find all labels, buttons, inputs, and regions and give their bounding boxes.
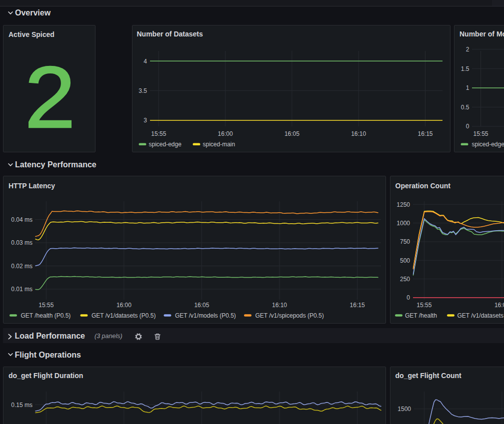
svg-text:1500: 1500 [398,406,411,413]
svg-text:500: 500 [400,257,410,264]
svg-text:GET /v1/datasets: GET /v1/datasets [458,312,504,319]
svg-text:15:55: 15:55 [38,302,54,309]
svg-text:do_get Flight Count: do_get Flight Count [396,372,462,380]
svg-text:250: 250 [400,276,410,283]
svg-text:16:10: 16:10 [272,302,287,309]
svg-text:0.5: 0.5 [461,104,470,111]
svg-text:16:00: 16:00 [218,130,233,137]
svg-text:GET /v1/datasets (P0.5): GET /v1/datasets (P0.5) [92,312,156,319]
svg-text:0.04 ms: 0.04 ms [11,216,32,223]
svg-text:spiced-edge: spiced-edge [149,141,182,148]
svg-text:GET /health: GET /health [405,312,437,319]
svg-text:Number of Models: Number of Models [460,30,504,38]
svg-text:GET /health (P0.5): GET /health (P0.5) [21,312,71,319]
svg-text:16:05: 16:05 [194,302,209,309]
svg-text:0: 0 [466,123,470,130]
svg-text:HTTP Latency: HTTP Latency [8,182,55,190]
svg-text:1.5: 1.5 [461,65,470,72]
svg-text:3.5: 3.5 [138,87,147,94]
svg-text:spiced-main: spiced-main [203,141,236,148]
svg-text:2: 2 [24,48,76,146]
svg-text:16:05: 16:05 [284,130,300,137]
svg-text:1000: 1000 [396,220,410,227]
svg-text:15:55: 15:55 [473,130,488,137]
svg-text:do_get Flight Duration: do_get Flight Duration [8,372,83,380]
svg-text:750: 750 [400,238,410,245]
svg-text:0: 0 [406,294,410,301]
svg-text:0.02 ms: 0.02 ms [11,263,32,270]
svg-text:0.03 ms: 0.03 ms [11,239,32,246]
svg-text:16:10: 16:10 [351,130,366,137]
svg-text:Active Spiced: Active Spiced [8,30,54,38]
svg-text:0.01 ms: 0.01 ms [11,286,32,293]
svg-text:1: 1 [466,84,470,91]
svg-text:spiced-edge: spiced-edge [472,141,504,148]
svg-text:3: 3 [144,117,147,124]
svg-text:16:00: 16:00 [116,302,132,309]
svg-text:Number of Datasets: Number of Datasets [137,30,203,38]
svg-text:16:15: 16:15 [350,302,365,309]
svg-text:16:00: 16:00 [494,302,504,309]
svg-text:15:55: 15:55 [416,302,432,309]
svg-text:Operation Count: Operation Count [396,182,451,190]
svg-text:0.15 ms: 0.15 ms [11,402,32,409]
svg-text:4: 4 [144,58,147,65]
svg-text:15:55: 15:55 [151,130,166,137]
svg-text:1250: 1250 [396,201,410,208]
svg-text:GET /v1/spicepods (P0.5): GET /v1/spicepods (P0.5) [256,312,324,319]
svg-text:2: 2 [466,46,470,53]
svg-text:16:15: 16:15 [418,130,432,137]
svg-text:GET /v1/models (P0.5): GET /v1/models (P0.5) [175,312,236,319]
